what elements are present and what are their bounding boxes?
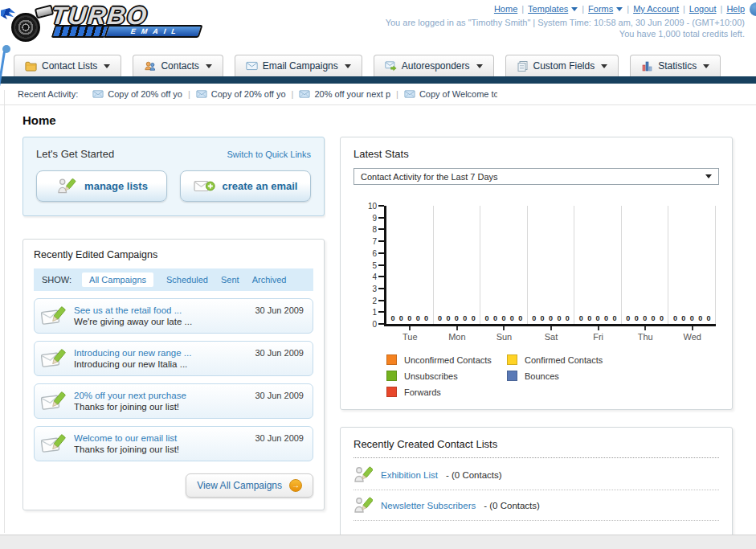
caret-down-icon: [703, 64, 709, 68]
bar-value: 0: [541, 314, 545, 322]
contact-list-link[interactable]: Exhibition List: [381, 470, 438, 480]
get-started-title: Let's Get Started: [36, 148, 114, 160]
create-an-email-button[interactable]: create an email: [180, 170, 311, 202]
x-tick-label: Thu: [622, 326, 669, 342]
campaign-title-link[interactable]: Introducing our new range ...: [74, 348, 191, 358]
chart-x-axis: TueMonSunSatFriThuWed: [386, 326, 716, 342]
chart-legend: Unconfirmed ContactsConfirmed ContactsUn…: [386, 354, 719, 397]
bar-value: 0: [698, 314, 702, 322]
recent-activity-text: Copy of 20% off yo: [108, 89, 182, 99]
turbo-icon: [5, 6, 48, 43]
contact-lists-panel: Recently Created Contact Lists Exhibitio…: [340, 427, 733, 549]
y-tick-label: 0: [372, 320, 377, 329]
y-tick-label: 7: [372, 237, 377, 246]
recent-activity-label: Recent Activity:: [18, 89, 78, 99]
recent-activity-bar: Recent Activity: Copy of 20% off yo|Copy…: [0, 84, 756, 105]
contact-list-row[interactable]: Newsletter Subscribers - (0 Contacts): [353, 490, 719, 521]
filter-sent[interactable]: Sent: [221, 275, 239, 285]
envelope-sm-icon: [404, 90, 415, 98]
contact-activity-chart: 012345678910 000000000000000000000000000…: [358, 206, 719, 326]
tab-contacts[interactable]: Contacts: [133, 55, 223, 76]
x-tick-label: Sun: [480, 326, 528, 342]
bar-value: 0: [510, 314, 514, 322]
contact-list-link[interactable]: Newsletter Subscribers: [381, 501, 476, 510]
turbo-email-logo[interactable]: TURBO EMAIL: [5, 3, 201, 43]
stats-period-select[interactable]: Contact Activity for the Last 7 Days: [353, 168, 719, 185]
bar-value: 0: [660, 314, 664, 322]
bar-value: 0: [463, 314, 467, 322]
recent-activity-item[interactable]: 20% off your next p: [299, 89, 390, 99]
tab-custom-fields[interactable]: Custom Fields: [505, 55, 619, 76]
tab-label: Custom Fields: [533, 60, 595, 72]
recent-activity-item[interactable]: Copy of 20% off yo: [92, 89, 182, 99]
legend-label: Forwards: [404, 387, 441, 397]
contact-list-row[interactable]: Exhibition List - (0 Contacts): [353, 460, 719, 490]
top-nav-logout[interactable]: Logout: [689, 4, 717, 14]
header: TURBO EMAIL Home|Templates|Forms|My Acco…: [0, 0, 756, 53]
y-tick-mark: [378, 252, 384, 254]
legend-item-unsubscribes: Unsubscribes: [386, 371, 507, 381]
top-nav-my-account[interactable]: My Account: [633, 4, 679, 14]
recent-activity-item[interactable]: Copy of Welcome to: [404, 89, 497, 99]
legend-swatch: [507, 354, 517, 365]
x-tick-label: Wed: [668, 326, 716, 342]
credits-status: You have 1,000 total credits left.: [386, 29, 745, 39]
campaign-title-link[interactable]: Welcome to our email list: [74, 433, 179, 443]
caret-down-icon: [104, 64, 110, 68]
campaign-row[interactable]: Welcome to our email listThanks for join…: [34, 426, 313, 461]
page-title: Home: [22, 113, 756, 127]
button-label: create an email: [223, 180, 298, 192]
legend-swatch: [386, 354, 397, 365]
switch-to-quick-links-link[interactable]: Switch to Quick Links: [227, 150, 311, 159]
top-nav-forms[interactable]: Forms: [588, 4, 613, 14]
view-all-campaigns-button[interactable]: View All Campaigns →: [186, 473, 313, 498]
tab-contact-lists[interactable]: Contact Lists: [14, 55, 121, 76]
filter-archived[interactable]: Archived: [252, 275, 287, 285]
caret-down-icon: [601, 64, 607, 68]
chart-y-axis: 012345678910: [358, 206, 384, 326]
tab-email-campaigns[interactable]: Email Campaigns: [235, 55, 362, 76]
bar-value: 0: [626, 314, 630, 322]
stats-period-value: Contact Activity for the Last 7 Days: [361, 172, 498, 182]
envelope-sm-icon: [196, 90, 207, 98]
campaign-row[interactable]: 20% off your next purchaseThanks for joi…: [34, 383, 313, 419]
campaign-row[interactable]: See us at the retail food ...We're givin…: [34, 298, 313, 334]
caret-down-icon: [476, 64, 483, 68]
y-tick-label: 10: [368, 202, 377, 211]
help-bubble-icon[interactable]: [750, 2, 756, 16]
main-nav-tabs: Contact ListsContactsEmail CampaignsAuto…: [0, 53, 756, 76]
campaign-title-link[interactable]: 20% off your next purchase: [74, 391, 186, 400]
bar-value: 0: [612, 314, 616, 322]
top-nav-help[interactable]: Help: [726, 4, 745, 14]
tab-statistics[interactable]: Statistics: [630, 55, 721, 76]
recent-activity-item[interactable]: Copy of 20% off yo: [196, 89, 286, 99]
y-tick-label: 5: [372, 260, 377, 269]
y-tick-mark: [378, 311, 384, 313]
caret-down-icon: [206, 64, 212, 68]
manage-lists-button[interactable]: manage lists: [36, 170, 167, 202]
bar-value-labels: 00000: [622, 314, 668, 322]
campaign-row[interactable]: Introducing our new range ...Introducing…: [34, 341, 313, 376]
envelope-edit-icon: [41, 433, 67, 454]
top-nav-home[interactable]: Home: [494, 4, 517, 14]
chart-day-group: 00000: [434, 206, 481, 324]
tab-autoresponders[interactable]: Autoresponders: [374, 55, 494, 76]
bar-value: 0: [532, 314, 536, 322]
edit-list-icon: [353, 496, 373, 514]
chart-day-group: 00000: [528, 206, 575, 324]
envelope-arrow-icon: [385, 60, 397, 72]
x-tick-label: Fri: [574, 326, 622, 342]
campaign-title-link[interactable]: See us at the retail food ...: [74, 305, 192, 315]
bar-value: 0: [566, 314, 570, 322]
top-nav-templates[interactable]: Templates: [528, 4, 568, 14]
filter-all-campaigns[interactable]: All Campaigns: [82, 272, 153, 287]
left-divider: [4, 90, 5, 533]
footer-strip: [0, 535, 756, 549]
bar-value: 0: [390, 314, 394, 322]
filter-scheduled[interactable]: Scheduled: [166, 275, 208, 285]
chart-day-group: 00000: [480, 206, 528, 324]
campaigns-filter-bar: SHOW: All CampaignsScheduledSentArchived: [34, 268, 313, 291]
y-tick-mark: [378, 264, 384, 266]
y-tick-label: 6: [372, 248, 377, 257]
envelope-sm-icon: [299, 90, 310, 98]
